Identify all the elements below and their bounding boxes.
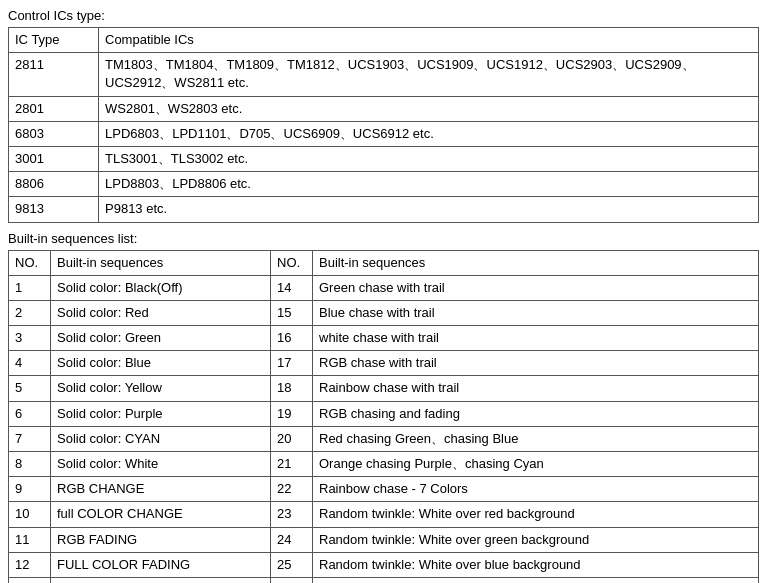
ic-col-type: IC Type — [9, 28, 99, 53]
sequences-table-row: 7 Solid color: CYAN 20 Red chasing Green… — [9, 426, 759, 451]
seq-text2: RGB chase with trail — [313, 351, 759, 376]
ic-row-type: 2811 — [9, 53, 99, 96]
seq-no1: 2 — [9, 300, 51, 325]
ic-row-compatible: P9813 etc. — [99, 197, 759, 222]
seq-no1: 7 — [9, 426, 51, 451]
seq-text2: Random twinkle: White over blue backgrou… — [313, 552, 759, 577]
seq-text2: Random twinkle: White over green backgro… — [313, 527, 759, 552]
ic-table-row: 2811 TM1803、TM1804、TM1809、TM1812、UCS1903… — [9, 53, 759, 96]
sequences-table-row: 6 Solid color: Purple 19 RGB chasing and… — [9, 401, 759, 426]
seq-text2: Orange chasing Purple、chasing Cyan — [313, 452, 759, 477]
ic-row-type: 6803 — [9, 121, 99, 146]
sequences-table-row: 1 Solid color: Black(Off) 14 Green chase… — [9, 275, 759, 300]
seq-col-no2: NO. — [271, 250, 313, 275]
seq-text1: FULL COLOR FADING — [51, 552, 271, 577]
ic-row-type: 8806 — [9, 172, 99, 197]
sequences-table-row: 2 Solid color: Red 15 Blue chase with tr… — [9, 300, 759, 325]
seq-no2: 16 — [271, 326, 313, 351]
seq-text1: Solid color: Blue — [51, 351, 271, 376]
seq-text1: Solid color: Green — [51, 326, 271, 351]
seq-no2: 18 — [271, 376, 313, 401]
ic-table-row: 9813 P9813 etc. — [9, 197, 759, 222]
seq-text1: full COLOR CHANGE — [51, 502, 271, 527]
seq-text2: White fading — [313, 577, 759, 583]
seq-col-no1: NO. — [9, 250, 51, 275]
seq-text2: Blue chase with trail — [313, 300, 759, 325]
sequences-section-title: Built-in sequences list: — [8, 231, 759, 246]
seq-no2: 17 — [271, 351, 313, 376]
ic-row-type: 9813 — [9, 197, 99, 222]
ic-section: Control ICs type: IC Type Compatible ICs… — [8, 8, 759, 223]
seq-no1: 4 — [9, 351, 51, 376]
seq-no1: 5 — [9, 376, 51, 401]
seq-no1: 3 — [9, 326, 51, 351]
ic-table-row: 3001 TLS3001、TLS3002 etc. — [9, 146, 759, 171]
ic-table-row: 6803 LPD6803、LPD1101、D705、UCS6909、UCS691… — [9, 121, 759, 146]
seq-text1: Solid color: Purple — [51, 401, 271, 426]
ic-row-compatible: LPD8803、LPD8806 etc. — [99, 172, 759, 197]
seq-col-seq2: Built-in sequences — [313, 250, 759, 275]
seq-no2: 22 — [271, 477, 313, 502]
ic-row-compatible: TM1803、TM1804、TM1809、TM1812、UCS1903、UCS1… — [99, 53, 759, 96]
seq-no2: 15 — [271, 300, 313, 325]
ic-col-compatible: Compatible ICs — [99, 28, 759, 53]
seq-text2: Rainbow chase - 7 Colors — [313, 477, 759, 502]
sequences-section: Built-in sequences list: NO. Built-in se… — [8, 231, 759, 584]
seq-text1: RGB FADING — [51, 527, 271, 552]
sequences-table-row: 13 Red chase with trail 26 White fading — [9, 577, 759, 583]
seq-no1: 10 — [9, 502, 51, 527]
sequences-table-row: 10 full COLOR CHANGE 23 Random twinkle: … — [9, 502, 759, 527]
sequences-table-header: NO. Built-in sequences NO. Built-in sequ… — [9, 250, 759, 275]
seq-no2: 24 — [271, 527, 313, 552]
ic-row-compatible: TLS3001、TLS3002 etc. — [99, 146, 759, 171]
seq-text2: white chase with trail — [313, 326, 759, 351]
sequences-table-row: 9 RGB CHANGE 22 Rainbow chase - 7 Colors — [9, 477, 759, 502]
sequences-table-row: 3 Solid color: Green 16 white chase with… — [9, 326, 759, 351]
sequences-table-row: 5 Solid color: Yellow 18 Rainbow chase w… — [9, 376, 759, 401]
ic-table-header: IC Type Compatible ICs — [9, 28, 759, 53]
seq-no1: 1 — [9, 275, 51, 300]
ic-section-title: Control ICs type: — [8, 8, 759, 23]
seq-text1: Solid color: CYAN — [51, 426, 271, 451]
seq-no2: 21 — [271, 452, 313, 477]
seq-text1: RGB CHANGE — [51, 477, 271, 502]
seq-text2: RGB chasing and fading — [313, 401, 759, 426]
ic-table-row: 2801 WS2801、WS2803 etc. — [9, 96, 759, 121]
seq-no1: 6 — [9, 401, 51, 426]
seq-text2: Green chase with trail — [313, 275, 759, 300]
seq-no2: 26 — [271, 577, 313, 583]
seq-text1: Solid color: Black(Off) — [51, 275, 271, 300]
seq-no1: 13 — [9, 577, 51, 583]
seq-no1: 12 — [9, 552, 51, 577]
sequences-table-row: 4 Solid color: Blue 17 RGB chase with tr… — [9, 351, 759, 376]
seq-text1: Red chase with trail — [51, 577, 271, 583]
seq-no1: 8 — [9, 452, 51, 477]
seq-text2: Rainbow chase with trail — [313, 376, 759, 401]
seq-text1: Solid color: White — [51, 452, 271, 477]
ic-table-row: 8806 LPD8803、LPD8806 etc. — [9, 172, 759, 197]
sequences-table: NO. Built-in sequences NO. Built-in sequ… — [8, 250, 759, 584]
seq-no1: 9 — [9, 477, 51, 502]
ic-row-compatible: WS2801、WS2803 etc. — [99, 96, 759, 121]
seq-no2: 23 — [271, 502, 313, 527]
seq-no2: 19 — [271, 401, 313, 426]
seq-no2: 25 — [271, 552, 313, 577]
ic-table: IC Type Compatible ICs 2811 TM1803、TM180… — [8, 27, 759, 223]
sequences-table-row: 11 RGB FADING 24 Random twinkle: White o… — [9, 527, 759, 552]
sequences-table-row: 12 FULL COLOR FADING 25 Random twinkle: … — [9, 552, 759, 577]
seq-text2: Red chasing Green、chasing Blue — [313, 426, 759, 451]
seq-col-seq1: Built-in sequences — [51, 250, 271, 275]
ic-row-type: 2801 — [9, 96, 99, 121]
seq-no1: 11 — [9, 527, 51, 552]
seq-no2: 14 — [271, 275, 313, 300]
seq-no2: 20 — [271, 426, 313, 451]
seq-text1: Solid color: Yellow — [51, 376, 271, 401]
sequences-table-row: 8 Solid color: White 21 Orange chasing P… — [9, 452, 759, 477]
seq-text2: Random twinkle: White over red backgroun… — [313, 502, 759, 527]
seq-text1: Solid color: Red — [51, 300, 271, 325]
ic-row-compatible: LPD6803、LPD1101、D705、UCS6909、UCS6912 etc… — [99, 121, 759, 146]
ic-row-type: 3001 — [9, 146, 99, 171]
